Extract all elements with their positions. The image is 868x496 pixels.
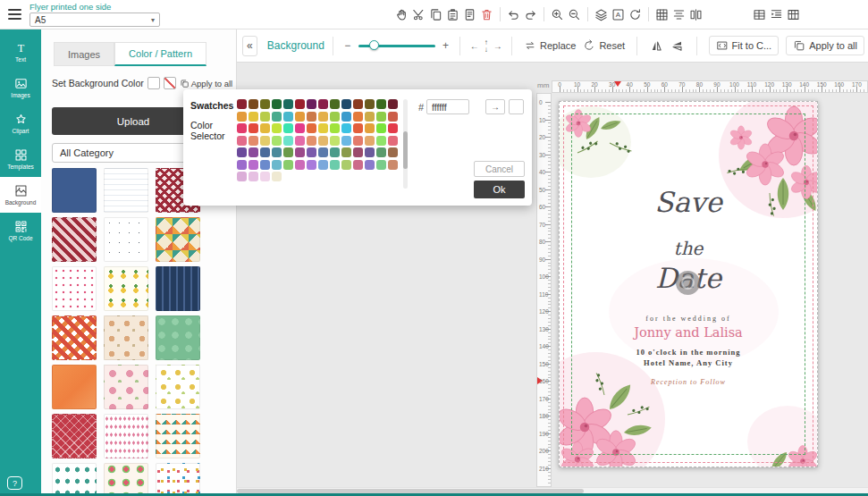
- color-swatch[interactable]: [318, 112, 328, 122]
- nudge-left-button[interactable]: ←: [468, 41, 480, 51]
- no-color-box[interactable]: [164, 77, 176, 89]
- copy-button[interactable]: [427, 5, 444, 23]
- replace-button[interactable]: Replace: [524, 39, 576, 52]
- color-swatch[interactable]: [307, 136, 316, 146]
- color-swatch[interactable]: [260, 147, 270, 157]
- color-swatch[interactable]: [388, 123, 398, 133]
- color-swatch[interactable]: [307, 147, 316, 157]
- color-swatch[interactable]: [249, 99, 258, 109]
- nudge-up-button[interactable]: ↑: [480, 38, 492, 46]
- color-swatch[interactable]: [272, 123, 282, 133]
- color-swatch[interactable]: [341, 123, 351, 133]
- color-swatch[interactable]: [353, 112, 363, 122]
- cells-button[interactable]: [785, 5, 802, 23]
- palette-scrollbar-thumb[interactable]: [403, 131, 408, 169]
- redo-button[interactable]: [522, 5, 539, 23]
- card-text-time[interactable]: 10 o'clock in the morning: [560, 348, 817, 357]
- pattern-watermelon[interactable]: [104, 463, 148, 496]
- page-size-select[interactable]: A5 ▾: [29, 13, 160, 27]
- ok-button[interactable]: Ok: [474, 181, 525, 198]
- color-swatch[interactable]: [376, 160, 386, 170]
- color-swatch[interactable]: [376, 112, 386, 122]
- color-swatch[interactable]: [388, 112, 398, 122]
- color-swatch[interactable]: [260, 99, 270, 109]
- color-swatch[interactable]: [341, 136, 351, 146]
- color-swatch[interactable]: [330, 136, 340, 146]
- color-swatch[interactable]: [365, 112, 375, 122]
- color-swatch[interactable]: [330, 160, 340, 170]
- color-swatch[interactable]: [388, 136, 398, 146]
- color-swatch[interactable]: [249, 147, 258, 157]
- color-swatch[interactable]: [283, 112, 293, 122]
- card-text-subtitle[interactable]: for the wedding of: [560, 315, 817, 323]
- sidebar-item-images[interactable]: Images: [0, 70, 41, 105]
- color-swatch[interactable]: [365, 99, 375, 109]
- pattern-red-chevron[interactable]: [52, 315, 97, 360]
- apply-to-all-pages-button[interactable]: Apply to all: [180, 79, 232, 88]
- pattern-orange-solid[interactable]: [52, 365, 97, 409]
- palette-scrollbar[interactable]: [403, 99, 408, 189]
- layers-button[interactable]: [593, 5, 610, 23]
- color-swatch[interactable]: [318, 160, 328, 170]
- pattern-teal-drops[interactable]: [52, 463, 97, 496]
- cancel-button[interactable]: Cancel: [474, 161, 525, 177]
- color-swatch[interactable]: [376, 147, 386, 157]
- color-swatch[interactable]: [272, 147, 282, 157]
- color-swatch[interactable]: [388, 160, 398, 170]
- color-swatch[interactable]: [376, 136, 386, 146]
- color-swatch[interactable]: [353, 147, 363, 157]
- table-button[interactable]: [751, 5, 768, 23]
- color-swatch[interactable]: [283, 160, 293, 170]
- pattern-pineapples[interactable]: [104, 266, 148, 311]
- pattern-maroon-diagonal[interactable]: [52, 217, 97, 262]
- card-text-names[interactable]: Jonny and Lalisa: [560, 325, 817, 340]
- color-swatch[interactable]: [237, 172, 247, 181]
- picker-menu-swatches[interactable]: Swatches: [190, 100, 235, 112]
- hamburger-menu-button[interactable]: [8, 9, 21, 20]
- color-swatch[interactable]: [295, 160, 305, 170]
- tab-images[interactable]: Images: [54, 42, 114, 66]
- color-swatch[interactable]: [388, 99, 398, 109]
- pattern-tribal-arrows[interactable]: [156, 414, 200, 458]
- color-swatch[interactable]: [295, 99, 305, 109]
- color-swatch[interactable]: [272, 112, 282, 122]
- distribute-button[interactable]: [687, 5, 704, 23]
- color-swatch[interactable]: [237, 147, 247, 157]
- grid-button[interactable]: [653, 5, 670, 23]
- color-swatch[interactable]: [237, 160, 247, 170]
- color-swatch[interactable]: [330, 123, 340, 133]
- color-swatch[interactable]: [283, 99, 293, 109]
- cut-button[interactable]: [410, 5, 427, 23]
- pattern-red-diamond[interactable]: [52, 414, 97, 458]
- reset-button[interactable]: Reset: [583, 39, 625, 52]
- indent-button[interactable]: [768, 5, 785, 23]
- pattern-confetti[interactable]: [156, 463, 200, 496]
- color-swatch[interactable]: [237, 112, 247, 122]
- sidebar-item-clipart[interactable]: Clipart: [0, 105, 41, 141]
- color-swatch[interactable]: [330, 99, 340, 109]
- color-swatch[interactable]: [272, 136, 282, 146]
- zoom-slider[interactable]: [358, 45, 435, 47]
- pattern-beige-floral[interactable]: [104, 315, 148, 360]
- color-swatch[interactable]: [318, 136, 328, 146]
- color-swatch[interactable]: [249, 112, 258, 122]
- color-swatch[interactable]: [353, 136, 363, 146]
- sidebar-item-qrcode[interactable]: QR Code: [0, 213, 41, 248]
- apply-to-all-button[interactable]: Apply to all: [786, 36, 864, 55]
- color-swatch[interactable]: [272, 160, 282, 170]
- color-swatch[interactable]: [237, 99, 247, 109]
- color-swatch[interactable]: [307, 123, 316, 133]
- color-swatch[interactable]: [318, 147, 328, 157]
- color-swatch[interactable]: [295, 112, 305, 122]
- color-swatch[interactable]: [249, 123, 258, 133]
- color-swatch[interactable]: [307, 99, 316, 109]
- color-swatch[interactable]: [295, 147, 305, 157]
- color-swatch[interactable]: [353, 160, 363, 170]
- color-swatch[interactable]: [330, 147, 340, 157]
- zoom-slider-handle[interactable]: [369, 40, 379, 50]
- color-swatch[interactable]: [249, 172, 258, 181]
- card-text-the[interactable]: the: [560, 238, 817, 259]
- pattern-tiny-dots[interactable]: [104, 217, 148, 262]
- color-swatch[interactable]: [307, 112, 316, 122]
- pattern-geo-triangles[interactable]: [156, 217, 200, 262]
